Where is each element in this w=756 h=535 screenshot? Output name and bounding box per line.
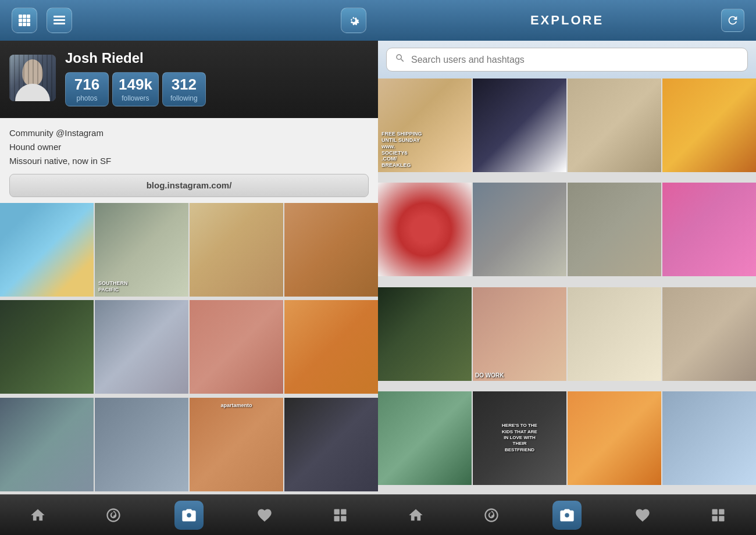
photo-cell[interactable]: apartamento [190, 398, 283, 491]
svg-rect-11 [54, 23, 65, 24]
followers-label: followers [119, 94, 152, 102]
following-count: 312 [169, 76, 199, 93]
svg-rect-18 [712, 516, 718, 521]
explore-photo-cell[interactable] [568, 183, 661, 276]
left-top-bar-left [12, 8, 72, 33]
explore-photo-cell[interactable] [378, 287, 472, 381]
left-bottom-nav [0, 494, 378, 535]
profile-photo-grid: SOUTHERNPACIFIC apartamento [0, 203, 378, 494]
avatar [9, 55, 56, 101]
profile-info: Josh Riedel 716 photos 149k followers 31… [65, 50, 369, 106]
explore-photo-cell[interactable] [378, 391, 472, 485]
svg-rect-1 [23, 15, 26, 18]
nav-explore[interactable] [99, 501, 128, 530]
photo-cell[interactable] [190, 203, 283, 297]
svg-rect-3 [19, 19, 22, 22]
explore-photo-cell[interactable] [473, 183, 566, 276]
search-bar [386, 48, 748, 72]
right-nav-explore[interactable] [477, 501, 506, 530]
followers-stat[interactable]: 149k followers [112, 72, 159, 106]
left-panel: Josh Riedel 716 photos 149k followers 31… [0, 0, 378, 535]
right-nav-profile[interactable] [704, 501, 733, 530]
svg-rect-7 [23, 23, 26, 26]
photo-cell[interactable] [0, 203, 94, 297]
svg-rect-16 [712, 509, 718, 514]
svg-rect-5 [27, 19, 30, 22]
list-view-button[interactable] [47, 8, 72, 33]
stats-row: 716 photos 149k followers 312 following [65, 72, 369, 106]
explore-header: EXPLORE [378, 0, 756, 41]
svg-rect-6 [19, 23, 22, 26]
svg-rect-14 [334, 516, 340, 521]
explore-photo-cell[interactable] [568, 287, 661, 381]
profile-name: Josh Riedel [65, 50, 369, 66]
profile-section: Josh Riedel 716 photos 149k followers 31… [0, 41, 378, 118]
svg-rect-13 [341, 509, 346, 514]
explore-photo-cell[interactable] [568, 79, 661, 172]
explore-photo-cell[interactable] [662, 287, 756, 381]
photos-count: 716 [72, 76, 102, 93]
followers-count: 149k [119, 76, 152, 93]
profile-top: Josh Riedel 716 photos 149k followers 31… [9, 50, 369, 106]
nav-home[interactable] [23, 501, 52, 530]
refresh-button[interactable] [721, 9, 744, 32]
explore-photo-cell[interactable]: DO WORK [473, 287, 566, 381]
nav-camera[interactable] [174, 501, 204, 530]
explore-photo-cell[interactable] [568, 391, 661, 485]
bio-section: Community @Instagram Hound owner Missour… [0, 118, 378, 203]
search-input[interactable] [411, 55, 739, 65]
svg-rect-9 [54, 16, 65, 17]
right-nav-likes[interactable] [628, 501, 657, 530]
photo-cell[interactable] [0, 398, 94, 491]
photos-stat[interactable]: 716 photos [65, 72, 109, 106]
photo-cell[interactable] [284, 203, 378, 297]
following-stat[interactable]: 312 following [162, 72, 206, 106]
photo-cell[interactable] [0, 300, 94, 394]
bio-text: Community @Instagram Hound owner Missour… [9, 126, 369, 168]
svg-rect-10 [54, 19, 65, 21]
explore-photo-grid: FREE SHIPPINGUNTIL SUNDAYwww.SOCIETY6.CO… [378, 79, 756, 494]
explore-photo-cell[interactable] [662, 391, 756, 485]
svg-rect-8 [27, 23, 30, 26]
svg-rect-17 [719, 509, 724, 514]
right-bottom-nav [378, 494, 756, 535]
settings-button[interactable] [341, 8, 366, 33]
left-top-bar [0, 0, 378, 41]
photo-cell[interactable] [95, 300, 188, 394]
bio-link-text: blog.instagram.com/ [147, 180, 232, 190]
svg-rect-15 [341, 516, 346, 521]
photo-cell[interactable] [190, 300, 283, 394]
explore-photo-cell[interactable] [662, 79, 756, 172]
search-bar-wrap [378, 41, 756, 79]
bio-link[interactable]: blog.instagram.com/ [9, 174, 369, 197]
explore-photo-cell[interactable]: FREE SHIPPINGUNTIL SUNDAYwww.SOCIETY6.CO… [378, 79, 472, 172]
explore-photo-cell[interactable]: HERE'S TO THE KIDS THAT AREIN LOVE WITH … [473, 391, 566, 485]
grid-view-button[interactable] [12, 8, 37, 33]
photo-cell[interactable] [95, 398, 188, 491]
photo-cell[interactable] [284, 300, 378, 394]
photo-cell[interactable]: SOUTHERNPACIFIC [95, 203, 188, 297]
nav-profile[interactable] [326, 501, 355, 530]
svg-rect-12 [334, 509, 340, 514]
explore-title: EXPLORE [413, 13, 721, 28]
following-label: following [169, 94, 199, 102]
nav-likes[interactable] [250, 501, 279, 530]
svg-rect-2 [27, 15, 30, 18]
explore-photo-cell[interactable] [662, 183, 756, 276]
search-icon [395, 53, 405, 66]
right-nav-home[interactable] [401, 501, 430, 530]
svg-rect-0 [19, 15, 22, 18]
photo-cell[interactable] [284, 398, 378, 491]
explore-photo-cell[interactable] [473, 79, 566, 172]
svg-rect-19 [719, 516, 724, 521]
explore-photo-cell[interactable] [378, 183, 472, 276]
photos-label: photos [72, 94, 102, 102]
svg-rect-4 [23, 19, 26, 22]
right-nav-camera[interactable] [552, 501, 582, 530]
right-panel: EXPLORE FREE SHIPPINGUNTIL SUNDAYwww.SOC… [378, 0, 756, 535]
